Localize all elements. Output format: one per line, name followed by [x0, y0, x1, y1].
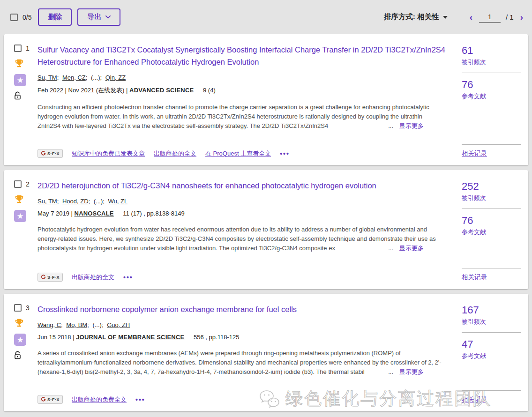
citation-count-link[interactable]: 252: [462, 180, 521, 193]
highly-cited-trophy-icon: [14, 59, 24, 69]
reference-count-label: 参考文献: [462, 92, 521, 101]
citation-count-link[interactable]: 61: [462, 45, 521, 57]
sfx-icon: [41, 397, 46, 402]
author-separator: ;: [86, 74, 88, 81]
author-link[interactable]: Su, TM: [37, 198, 57, 205]
journal-link[interactable]: JOURNAL OF MEMBRANE SCIENCE: [76, 334, 184, 341]
volume-issue-pages: 556 , pp.118-125: [194, 334, 239, 341]
result-checkbox[interactable]: [14, 180, 22, 188]
stats-divider: [462, 144, 521, 145]
more-options-button[interactable]: •••: [135, 396, 145, 403]
next-page-button[interactable]: ›: [519, 13, 525, 22]
more-options-button[interactable]: •••: [280, 150, 290, 157]
related-records-wrap: 相关记录: [462, 268, 521, 282]
pagination: ‹ / 1 ›: [468, 12, 525, 23]
stats-divider: [462, 332, 521, 333]
author-link[interactable]: Hood, ZD: [62, 198, 89, 205]
result-index: 3: [26, 304, 30, 312]
show-more-link[interactable]: 显示更多: [399, 245, 424, 252]
stats-divider: [462, 73, 521, 73]
related-records-wrap: 相关记录: [462, 144, 521, 158]
reference-count-link[interactable]: 76: [462, 215, 521, 227]
stats-divider: [462, 390, 521, 391]
author-link[interactable]: Guo, ZH: [107, 321, 130, 328]
abstract-ellipsis: ...: [388, 245, 393, 252]
more-options-button[interactable]: •••: [123, 274, 133, 281]
author-link[interactable]: Mo, BM: [66, 321, 87, 328]
result-main-column: 2D/2D heterojunction of Ti3C2/g-C3N4 nan…: [37, 179, 462, 282]
result-stats-column: 167 被引频次 47 参考文献 相关记录: [462, 303, 521, 404]
author-link[interactable]: Su, TM: [37, 74, 57, 81]
author-link[interactable]: Wu, ZL: [108, 198, 128, 205]
chevron-down-icon: [105, 15, 111, 19]
volume-issue-pages: 11 (17) , pp.8138-8149: [123, 210, 184, 217]
citation-count-link[interactable]: 167: [462, 304, 521, 316]
show-more-link[interactable]: 显示更多: [399, 368, 424, 375]
result-title-link[interactable]: 2D/2D heterojunction of Ti3C2/g-C3N4 nan…: [37, 179, 446, 192]
export-button[interactable]: 导出: [77, 8, 120, 26]
result-date: Jun 15 2018 |: [37, 334, 75, 341]
select-all-checkbox[interactable]: [10, 14, 18, 21]
result-card: 2 ★ 2D/2D heterojunction of Ti3C2/g-C3N4…: [4, 170, 528, 289]
delete-button[interactable]: 删除: [38, 8, 72, 26]
result-checkbox[interactable]: [14, 304, 22, 312]
abstract-text: A series of crosslinked anion exchange m…: [37, 350, 442, 375]
fulltext-link[interactable]: 在 ProQuest 上查看全文: [205, 149, 271, 158]
authors-ellipsis: (...);: [94, 198, 105, 205]
result-checkbox[interactable]: [14, 45, 22, 52]
fulltext-links-row: S·F·X 出版商处的免费全文 •••: [37, 387, 446, 404]
abstract-text: Constructing an efficient photoelectron …: [37, 104, 429, 129]
sort-label: 排序方式: 相关性: [384, 12, 439, 22]
abstract-ellipsis: ...: [388, 368, 393, 375]
star-glyph: ★: [16, 212, 23, 220]
fulltext-link[interactable]: 知识库中的免费已发表文章: [72, 149, 145, 158]
author-separator: ;: [57, 198, 59, 205]
result-card: 3 ★ Crosslinked norbornene copolymer ani…: [4, 294, 528, 411]
result-title-link[interactable]: Crosslinked norbornene copolymer anion e…: [37, 303, 446, 315]
author-link[interactable]: Wang, C: [37, 321, 61, 328]
abstract-ellipsis: ...: [388, 122, 393, 129]
result-pubinfo: Jun 15 2018 | JOURNAL OF MEMBRANE SCIENC…: [37, 334, 446, 341]
author-link[interactable]: Men, CZ: [62, 74, 86, 81]
result-main-column: Crosslinked norbornene copolymer anion e…: [37, 303, 462, 404]
fulltext-link[interactable]: 出版商处的全文: [154, 149, 196, 158]
stats-divider: [462, 208, 521, 209]
star-glyph: ★: [16, 76, 23, 84]
author-separator: ;: [61, 321, 63, 328]
reference-count-link[interactable]: 47: [462, 338, 521, 350]
fulltext-link[interactable]: 出版商处的免费全文: [72, 395, 127, 404]
show-more-link[interactable]: 显示更多: [399, 122, 424, 129]
reference-count-link[interactable]: 76: [462, 79, 521, 91]
sfx-link-resolver-button[interactable]: S·F·X: [37, 395, 63, 404]
result-abstract: Photocatalytic hydrogen evolution from w…: [37, 225, 445, 253]
stats-divider: [462, 268, 521, 268]
journal-link[interactable]: ADVANCED SCIENCE: [129, 87, 194, 94]
result-stats-column: 61 被引频次 76 参考文献 相关记录: [462, 44, 521, 158]
reference-count-label: 参考文献: [462, 228, 521, 237]
selected-count: 0/5: [22, 14, 31, 21]
related-records-link[interactable]: 相关记录: [462, 274, 487, 281]
open-access-icon: [14, 91, 21, 100]
sort-dropdown[interactable]: 排序方式: 相关性: [384, 12, 448, 22]
related-records-link[interactable]: 相关记录: [462, 150, 487, 157]
open-access-icon: [14, 351, 21, 360]
page-number-input[interactable]: [479, 12, 501, 23]
sfx-link-resolver-button[interactable]: S·F·X: [37, 273, 63, 282]
related-records-link[interactable]: 相关记录: [462, 396, 487, 403]
result-index: 1: [26, 45, 30, 52]
journal-link[interactable]: NANOSCALE: [75, 210, 114, 217]
result-index: 2: [26, 180, 30, 188]
fulltext-links-row: S·F·X 知识库中的免费已发表文章 出版商处的全文 在 ProQuest 上查…: [37, 141, 446, 158]
author-link[interactable]: Qin, ZZ: [105, 74, 126, 81]
sfx-link-resolver-button[interactable]: S·F·X: [37, 149, 63, 158]
result-icon-column: 2 ★: [10, 179, 37, 282]
fulltext-link[interactable]: 出版商处的全文: [72, 273, 114, 282]
result-icon-column: 3 ★: [10, 303, 37, 404]
result-date: Feb 2022 | Nov 2021 (在线发表) |: [37, 87, 127, 94]
hot-paper-star-icon: ★: [14, 210, 26, 222]
result-authors: Su, TM; Hood, ZD; (...); Wu, ZL: [37, 198, 446, 205]
result-title-link[interactable]: Sulfur Vacancy and Ti3C2Tx Cocatalyst Sy…: [37, 44, 446, 68]
prev-page-button[interactable]: ‹: [468, 13, 474, 22]
result-date: May 7 2019 |: [37, 210, 73, 217]
result-icon-column: 1 ★: [10, 44, 37, 158]
